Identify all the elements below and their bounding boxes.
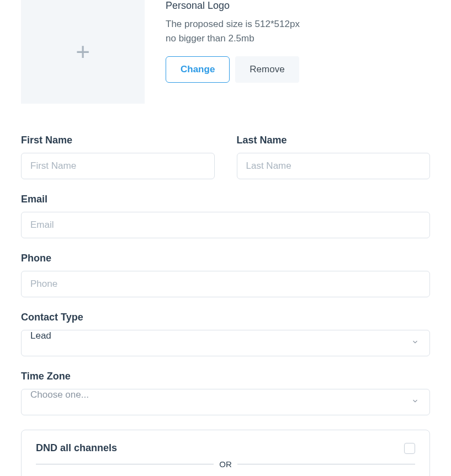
email-label: Email — [21, 194, 430, 205]
logo-title: Personal Logo — [166, 0, 300, 12]
phone-label: Phone — [21, 253, 430, 264]
phone-input[interactable] — [21, 271, 430, 297]
logo-description: The proposed size is 512*512px no bigger… — [166, 17, 300, 45]
or-label: OR — [219, 459, 232, 469]
plus-icon: + — [76, 40, 90, 64]
or-divider: OR — [36, 459, 415, 469]
last-name-label: Last Name — [237, 135, 431, 146]
remove-button[interactable]: Remove — [235, 56, 299, 83]
time-zone-label: Time Zone — [21, 371, 430, 382]
time-zone-select[interactable]: Choose one... — [21, 389, 430, 415]
logo-info: Personal Logo The proposed size is 512*5… — [166, 0, 300, 104]
contact-type-select[interactable]: Lead — [21, 330, 430, 356]
email-input[interactable] — [21, 212, 430, 238]
first-name-input[interactable] — [21, 153, 215, 179]
contact-type-label: Contact Type — [21, 312, 430, 323]
logo-upload-box[interactable]: + — [21, 0, 145, 104]
dnd-panel: DND all channels OR Emails — [21, 430, 430, 476]
dnd-all-label: DND all channels — [36, 442, 117, 454]
change-button[interactable]: Change — [166, 56, 230, 83]
dnd-all-checkbox[interactable] — [404, 443, 415, 454]
last-name-input[interactable] — [237, 153, 431, 179]
first-name-label: First Name — [21, 135, 215, 146]
